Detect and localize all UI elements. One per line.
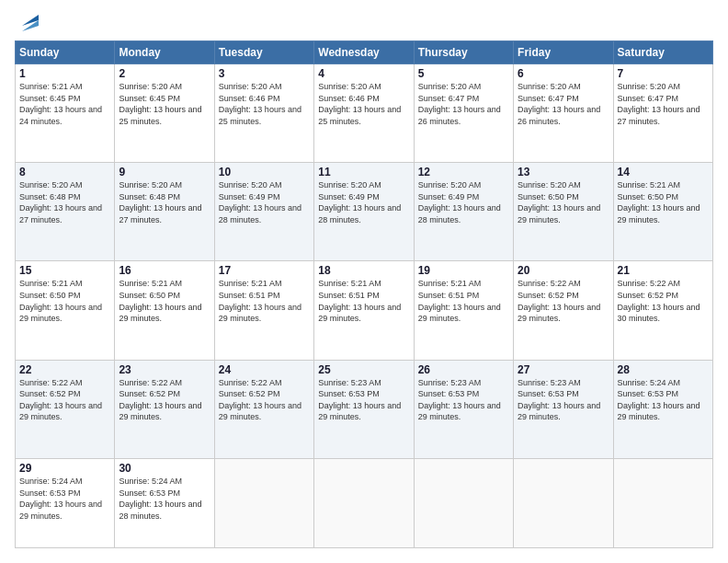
calendar-cell [214, 458, 313, 547]
weekday-header: Monday [115, 41, 214, 64]
day-number: 4 [318, 67, 409, 80]
day-info: Sunrise: 5:20 AMSunset: 6:47 PMDaylight:… [618, 81, 709, 127]
calendar-cell: 18Sunrise: 5:21 AMSunset: 6:51 PMDayligh… [314, 261, 414, 360]
day-info: Sunrise: 5:24 AMSunset: 6:53 PMDaylight:… [119, 476, 210, 522]
day-number: 14 [618, 166, 709, 178]
calendar-table: SundayMondayTuesdayWednesdayThursdayFrid… [15, 40, 713, 548]
day-info: Sunrise: 5:20 AMSunset: 6:50 PMDaylight:… [518, 179, 609, 225]
calendar-cell: 19Sunrise: 5:21 AMSunset: 6:51 PMDayligh… [414, 261, 513, 360]
day-info: Sunrise: 5:22 AMSunset: 6:52 PMDaylight:… [19, 377, 110, 423]
day-info: Sunrise: 5:20 AMSunset: 6:46 PMDaylight:… [318, 81, 409, 127]
calendar-cell: 9Sunrise: 5:20 AMSunset: 6:48 PMDaylight… [115, 163, 214, 261]
day-info: Sunrise: 5:24 AMSunset: 6:53 PMDaylight:… [618, 377, 709, 423]
day-info: Sunrise: 5:22 AMSunset: 6:52 PMDaylight:… [518, 278, 609, 324]
day-number: 15 [19, 264, 110, 277]
day-info: Sunrise: 5:22 AMSunset: 6:52 PMDaylight:… [119, 377, 210, 423]
calendar-cell: 22Sunrise: 5:22 AMSunset: 6:52 PMDayligh… [16, 360, 115, 458]
calendar-cell [314, 458, 414, 547]
calendar-cell: 24Sunrise: 5:22 AMSunset: 6:52 PMDayligh… [214, 360, 313, 458]
day-number: 24 [219, 363, 310, 376]
day-number: 7 [618, 67, 709, 80]
calendar-cell: 1Sunrise: 5:21 AMSunset: 6:45 PMDaylight… [16, 64, 115, 163]
day-number: 27 [518, 363, 609, 376]
day-info: Sunrise: 5:23 AMSunset: 6:53 PMDaylight:… [318, 377, 409, 423]
logo-icon [18, 15, 39, 31]
day-number: 8 [19, 166, 110, 178]
calendar-cell: 12Sunrise: 5:20 AMSunset: 6:49 PMDayligh… [414, 163, 513, 261]
day-number: 29 [19, 462, 110, 475]
day-number: 1 [19, 67, 110, 80]
day-number: 5 [418, 67, 509, 80]
day-number: 13 [518, 166, 609, 178]
day-info: Sunrise: 5:20 AMSunset: 6:46 PMDaylight:… [219, 81, 310, 127]
day-number: 23 [119, 363, 210, 376]
day-info: Sunrise: 5:24 AMSunset: 6:53 PMDaylight:… [19, 476, 110, 522]
day-info: Sunrise: 5:20 AMSunset: 6:49 PMDaylight:… [219, 179, 310, 225]
day-number: 18 [318, 264, 409, 277]
calendar-cell: 29Sunrise: 5:24 AMSunset: 6:53 PMDayligh… [16, 458, 115, 547]
day-number: 6 [518, 67, 609, 80]
calendar-cell: 30Sunrise: 5:24 AMSunset: 6:53 PMDayligh… [115, 458, 214, 547]
calendar-cell: 26Sunrise: 5:23 AMSunset: 6:53 PMDayligh… [414, 360, 513, 458]
day-number: 9 [119, 166, 210, 178]
calendar-cell: 6Sunrise: 5:20 AMSunset: 6:47 PMDaylight… [514, 64, 613, 163]
calendar-cell: 15Sunrise: 5:21 AMSunset: 6:50 PMDayligh… [16, 261, 115, 360]
calendar-header-row: SundayMondayTuesdayWednesdayThursdayFrid… [16, 41, 713, 64]
day-info: Sunrise: 5:22 AMSunset: 6:52 PMDaylight:… [219, 377, 310, 423]
weekday-header: Tuesday [214, 41, 313, 64]
day-info: Sunrise: 5:20 AMSunset: 6:49 PMDaylight:… [418, 179, 509, 225]
day-info: Sunrise: 5:20 AMSunset: 6:47 PMDaylight:… [518, 81, 609, 127]
calendar-cell: 21Sunrise: 5:22 AMSunset: 6:52 PMDayligh… [613, 261, 712, 360]
day-number: 30 [119, 462, 210, 475]
calendar-cell [613, 458, 712, 547]
day-info: Sunrise: 5:20 AMSunset: 6:45 PMDaylight:… [119, 81, 210, 127]
weekday-header: Saturday [613, 41, 712, 64]
logo [15, 15, 39, 31]
calendar-cell: 2Sunrise: 5:20 AMSunset: 6:45 PMDaylight… [115, 64, 214, 163]
day-number: 2 [119, 67, 210, 80]
calendar-cell: 23Sunrise: 5:22 AMSunset: 6:52 PMDayligh… [115, 360, 214, 458]
day-info: Sunrise: 5:23 AMSunset: 6:53 PMDaylight:… [418, 377, 509, 423]
calendar-cell: 16Sunrise: 5:21 AMSunset: 6:50 PMDayligh… [115, 261, 214, 360]
calendar-cell: 10Sunrise: 5:20 AMSunset: 6:49 PMDayligh… [214, 163, 313, 261]
day-number: 28 [618, 363, 709, 376]
day-number: 22 [19, 363, 110, 376]
day-info: Sunrise: 5:21 AMSunset: 6:45 PMDaylight:… [19, 81, 110, 127]
day-info: Sunrise: 5:21 AMSunset: 6:50 PMDaylight:… [119, 278, 210, 324]
header [15, 15, 713, 31]
day-info: Sunrise: 5:21 AMSunset: 6:50 PMDaylight:… [19, 278, 110, 324]
weekday-header: Thursday [414, 41, 513, 64]
page: SundayMondayTuesdayWednesdayThursdayFrid… [0, 0, 728, 563]
day-info: Sunrise: 5:20 AMSunset: 6:48 PMDaylight:… [119, 179, 210, 225]
day-info: Sunrise: 5:22 AMSunset: 6:52 PMDaylight:… [618, 278, 709, 324]
day-info: Sunrise: 5:21 AMSunset: 6:51 PMDaylight:… [418, 278, 509, 324]
day-number: 11 [318, 166, 409, 178]
day-number: 20 [518, 264, 609, 277]
calendar-cell: 27Sunrise: 5:23 AMSunset: 6:53 PMDayligh… [514, 360, 613, 458]
day-info: Sunrise: 5:23 AMSunset: 6:53 PMDaylight:… [518, 377, 609, 423]
calendar-cell: 17Sunrise: 5:21 AMSunset: 6:51 PMDayligh… [214, 261, 313, 360]
calendar-cell: 20Sunrise: 5:22 AMSunset: 6:52 PMDayligh… [514, 261, 613, 360]
day-info: Sunrise: 5:20 AMSunset: 6:47 PMDaylight:… [418, 81, 509, 127]
calendar-cell [414, 458, 513, 547]
calendar-cell: 8Sunrise: 5:20 AMSunset: 6:48 PMDaylight… [16, 163, 115, 261]
calendar-cell: 7Sunrise: 5:20 AMSunset: 6:47 PMDaylight… [613, 64, 712, 163]
day-info: Sunrise: 5:20 AMSunset: 6:49 PMDaylight:… [318, 179, 409, 225]
day-number: 19 [418, 264, 509, 277]
weekday-header: Friday [514, 41, 613, 64]
calendar-cell [514, 458, 613, 547]
day-number: 10 [219, 166, 310, 178]
day-info: Sunrise: 5:21 AMSunset: 6:51 PMDaylight:… [318, 278, 409, 324]
calendar-cell: 14Sunrise: 5:21 AMSunset: 6:50 PMDayligh… [613, 163, 712, 261]
calendar-cell: 28Sunrise: 5:24 AMSunset: 6:53 PMDayligh… [613, 360, 712, 458]
calendar-cell: 3Sunrise: 5:20 AMSunset: 6:46 PMDaylight… [214, 64, 313, 163]
day-number: 26 [418, 363, 509, 376]
day-number: 17 [219, 264, 310, 277]
weekday-header: Wednesday [314, 41, 414, 64]
day-info: Sunrise: 5:20 AMSunset: 6:48 PMDaylight:… [19, 179, 110, 225]
weekday-header: Sunday [16, 41, 115, 64]
calendar-cell: 4Sunrise: 5:20 AMSunset: 6:46 PMDaylight… [314, 64, 414, 163]
day-info: Sunrise: 5:21 AMSunset: 6:50 PMDaylight:… [618, 179, 709, 225]
day-number: 12 [418, 166, 509, 178]
calendar-cell: 13Sunrise: 5:20 AMSunset: 6:50 PMDayligh… [514, 163, 613, 261]
